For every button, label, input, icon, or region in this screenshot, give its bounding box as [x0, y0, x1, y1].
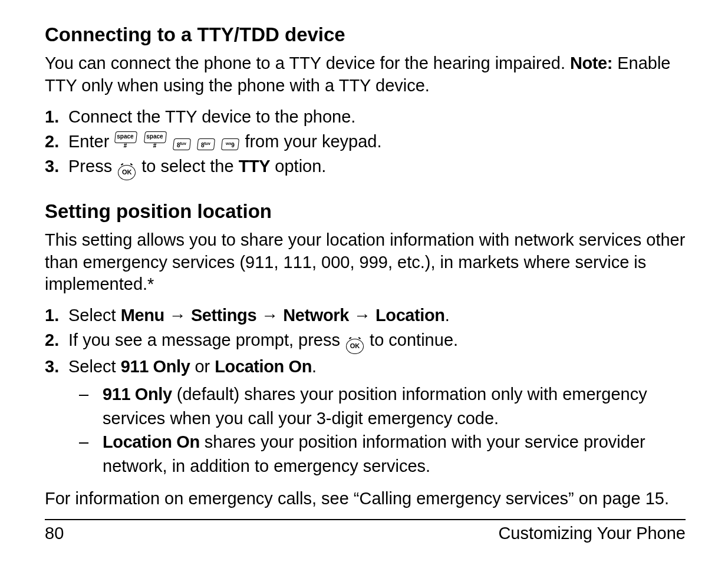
option-location-on: Location On — [215, 357, 312, 376]
loc1-end: . — [445, 306, 450, 325]
step-number: 1. — [45, 104, 68, 129]
step-body: If you see a message prompt, press OK to… — [68, 328, 686, 354]
heading-tty: Connecting to a TTY/TDD device — [45, 22, 686, 47]
step-body: Select 911 Only or Location On. – 911 On… — [68, 354, 686, 478]
step3-text-c: option. — [270, 157, 326, 176]
tty-step-2: 2. Enter space# space# 8tuv 8tuv wx9 fro… — [45, 129, 686, 154]
step-number: 2. — [45, 328, 68, 352]
manual-page: Connecting to a TTY/TDD device You can c… — [0, 0, 728, 562]
loc3-or: or — [190, 357, 215, 376]
location-step-1: 1. Select Menu → Settings → Network → Lo… — [45, 303, 686, 328]
footer-rule — [45, 519, 686, 520]
keypad-8-icon: 8tuv — [173, 138, 191, 150]
sub-item-location-on: – Location On shares your position infor… — [79, 430, 686, 478]
step-body: Press OK to select the TTY option. — [68, 154, 686, 180]
step-number: 3. — [45, 354, 68, 379]
tty-step-3: 3. Press OK to select the TTY option. — [45, 154, 686, 180]
location-label: Location — [375, 306, 445, 325]
step-number: 1. — [45, 303, 68, 328]
location-closing: For information on emergency calls, see … — [45, 488, 686, 510]
note-label: Note: — [570, 54, 612, 72]
location-intro: This setting allows you to share your lo… — [45, 229, 686, 296]
keypad-hash-icon: space# — [144, 131, 167, 143]
arrow-icon: → — [354, 306, 371, 325]
tty-label: TTY — [239, 157, 271, 176]
step3-text-b: to select the — [137, 157, 239, 176]
tty-steps: 1. Connect the TTY device to the phone. … — [45, 104, 686, 180]
sub-item-911-only: – 911 Only (default) shares your positio… — [79, 382, 686, 430]
sub-label-911: 911 Only — [103, 385, 172, 404]
step-body: Enter space# space# 8tuv 8tuv wx9 from y… — [68, 129, 686, 154]
step-body: Connect the TTY device to the phone. — [68, 104, 686, 129]
section-title: Customizing Your Phone — [498, 524, 686, 543]
keypad-8-icon: 8tuv — [197, 138, 215, 150]
page-number: 80 — [45, 524, 64, 543]
heading-location: Setting position location — [45, 199, 686, 223]
loc1-text-a: Select — [68, 306, 121, 325]
settings-label: Settings — [191, 306, 256, 325]
step-body: Select Menu → Settings → Network → Locat… — [68, 303, 686, 328]
step3-text-a: Press — [68, 157, 117, 176]
step2-text-b: from your keypad. — [245, 132, 381, 151]
ok-key-icon: OK — [118, 165, 136, 180]
loc2-text-a: If you see a message prompt, press — [68, 330, 345, 349]
keypad-hash-icon: space# — [114, 131, 137, 143]
sub-body: Location On shares your position informa… — [103, 430, 686, 478]
location-steps: 1. Select Menu → Settings → Network → Lo… — [45, 303, 686, 478]
tty-intro: You can connect the phone to a TTY devic… — [45, 52, 686, 97]
dash-icon: – — [79, 382, 103, 406]
option-911-only: 911 Only — [121, 357, 190, 376]
tty-step-1: 1. Connect the TTY device to the phone. — [45, 104, 686, 129]
page-footer: 80 Customizing Your Phone — [45, 524, 686, 543]
step2-text-a: Enter — [68, 132, 114, 151]
loc2-text-b: to continue. — [365, 330, 458, 349]
loc3-text-a: Select — [68, 357, 121, 376]
dash-icon: – — [79, 430, 103, 454]
ok-key-icon: OK — [346, 339, 364, 354]
arrow-icon: → — [169, 306, 186, 325]
arrow-icon: → — [261, 306, 278, 325]
location-step-2: 2. If you see a message prompt, press OK… — [45, 328, 686, 354]
location-sub-options: – 911 Only (default) shares your positio… — [68, 382, 686, 478]
keypad-9-icon: wx9 — [221, 138, 239, 150]
step-number: 3. — [45, 154, 68, 178]
network-label: Network — [283, 306, 349, 325]
location-step-3: 3. Select 911 Only or Location On. – 911… — [45, 354, 686, 478]
step-number: 2. — [45, 129, 68, 154]
loc3-end: . — [312, 357, 317, 376]
tty-intro-text-a: You can connect the phone to a TTY devic… — [45, 54, 570, 72]
sub-body: 911 Only (default) shares your position … — [103, 382, 686, 430]
menu-label: Menu — [121, 306, 164, 325]
sub-rest-911: (default) shares your position informati… — [103, 385, 647, 428]
sub-label-location-on: Location On — [103, 432, 200, 451]
